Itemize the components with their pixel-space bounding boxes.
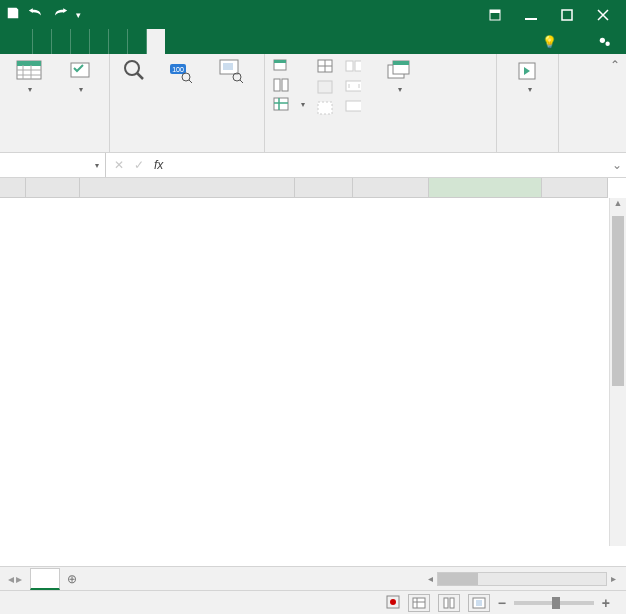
vertical-scrollbar[interactable]: ▲ xyxy=(609,198,626,546)
tab-view[interactable] xyxy=(147,29,165,54)
status-bar: − + xyxy=(0,590,626,614)
scrollbar-thumb[interactable] xyxy=(612,216,624,386)
sync-scroll-button[interactable] xyxy=(343,77,363,95)
cancel-formula-icon[interactable]: ✕ xyxy=(114,158,124,172)
arrange-all-button[interactable] xyxy=(271,76,307,94)
new-window-icon xyxy=(273,58,289,74)
zoom-100-button[interactable]: 100 xyxy=(160,57,198,85)
formula-bar: ▾ ✕ ✓ fx ⌄ xyxy=(0,153,626,178)
col-C[interactable] xyxy=(295,178,353,198)
svg-point-12 xyxy=(182,73,190,81)
svg-point-9 xyxy=(125,61,139,75)
normal-view-button[interactable] xyxy=(408,594,430,612)
svg-rect-8 xyxy=(71,63,89,77)
svg-rect-36 xyxy=(450,598,454,608)
tab-page-layout[interactable] xyxy=(71,29,90,54)
zoom-button[interactable] xyxy=(116,57,154,85)
svg-point-5 xyxy=(605,41,609,45)
tab-home[interactable] xyxy=(33,29,52,54)
views-icon xyxy=(15,57,43,85)
svg-rect-1 xyxy=(490,10,500,13)
ribbon-tabs: 💡 xyxy=(0,29,626,54)
name-box[interactable]: ▾ xyxy=(0,153,106,177)
sheet-tab[interactable] xyxy=(30,568,60,590)
split-button[interactable] xyxy=(315,57,335,75)
macro-record-icon[interactable] xyxy=(386,595,400,611)
zoom-sel-icon xyxy=(217,57,245,85)
col-B[interactable] xyxy=(80,178,295,198)
maximize-icon[interactable] xyxy=(550,5,584,25)
svg-rect-34 xyxy=(413,598,425,608)
zoom-icon xyxy=(121,57,149,85)
tab-data[interactable] xyxy=(109,29,128,54)
close-icon[interactable] xyxy=(586,5,620,25)
svg-text:100: 100 xyxy=(172,66,184,73)
titlebar: ▾ xyxy=(0,0,626,29)
unhide-button[interactable] xyxy=(315,99,335,117)
svg-point-33 xyxy=(390,599,396,605)
fx-icon[interactable]: fx xyxy=(154,158,163,172)
sheet-nav-next-icon[interactable]: ▸ xyxy=(16,572,22,586)
horizontal-scrollbar[interactable]: ◂ ▸ xyxy=(84,572,626,586)
chevron-down-icon[interactable]: ▾ xyxy=(95,161,99,170)
svg-rect-25 xyxy=(355,61,361,71)
view-side-by-side-button[interactable] xyxy=(343,57,363,75)
ribbon: ▾ ▾ 100 xyxy=(0,54,626,153)
add-sheet-button[interactable]: ⊕ xyxy=(60,572,84,586)
zoom-out-button[interactable]: − xyxy=(498,595,506,611)
collapse-ribbon-icon[interactable]: ⌃ xyxy=(610,58,620,72)
svg-rect-14 xyxy=(223,63,233,70)
sheet-nav-prev-icon[interactable]: ◂ xyxy=(8,572,14,586)
col-A[interactable] xyxy=(26,178,80,198)
svg-rect-23 xyxy=(318,102,332,114)
workbook-views-button[interactable]: ▾ xyxy=(6,57,52,95)
enter-formula-icon[interactable]: ✓ xyxy=(134,158,144,172)
zoom-100-icon: 100 xyxy=(166,57,194,85)
reset-position-button[interactable] xyxy=(343,97,363,115)
hide-button[interactable] xyxy=(315,78,335,96)
tab-file[interactable] xyxy=(4,29,33,54)
svg-rect-3 xyxy=(562,10,572,20)
tab-insert[interactable] xyxy=(52,29,71,54)
macros-button[interactable]: ▾ xyxy=(503,57,555,95)
svg-rect-18 xyxy=(274,79,280,91)
tab-formulas[interactable] xyxy=(90,29,109,54)
group-label xyxy=(6,138,103,150)
select-all-corner[interactable] xyxy=(0,178,26,198)
save-icon[interactable] xyxy=(6,6,20,23)
svg-rect-30 xyxy=(393,61,409,65)
zoom-slider[interactable] xyxy=(514,601,594,605)
ribbon-options-icon[interactable] xyxy=(478,5,512,25)
sign-in[interactable] xyxy=(570,29,588,54)
share-icon xyxy=(598,35,612,49)
column-headers[interactable] xyxy=(26,178,608,198)
expand-formula-bar-icon[interactable]: ⌄ xyxy=(608,153,626,177)
page-break-view-button[interactable] xyxy=(468,594,490,612)
zoom-selection-button[interactable] xyxy=(205,57,258,85)
svg-rect-20 xyxy=(274,98,288,110)
freeze-panes-button[interactable]: ▾ xyxy=(271,95,307,113)
zoom-in-button[interactable]: + xyxy=(602,595,610,611)
col-blank[interactable] xyxy=(542,178,608,198)
tell-me[interactable]: 💡 xyxy=(533,29,570,54)
col-D[interactable] xyxy=(353,178,429,198)
minimize-icon[interactable] xyxy=(514,5,548,25)
switch-windows-button[interactable]: ▾ xyxy=(371,57,427,117)
qat-customize-icon[interactable]: ▾ xyxy=(76,10,81,20)
sheet-tabs-bar: ◂ ▸ ⊕ ◂ ▸ xyxy=(0,566,626,590)
spreadsheet-grid[interactable]: ▲ xyxy=(0,178,626,566)
svg-rect-2 xyxy=(525,18,537,20)
tab-review[interactable] xyxy=(128,29,147,54)
freeze-icon xyxy=(273,96,289,112)
hscroll-thumb[interactable] xyxy=(438,573,478,585)
formula-input[interactable] xyxy=(171,153,608,177)
undo-icon[interactable] xyxy=(28,7,44,22)
new-window-button[interactable] xyxy=(271,57,307,75)
redo-icon[interactable] xyxy=(52,7,68,22)
macros-icon xyxy=(515,57,543,85)
share-button[interactable] xyxy=(588,29,626,54)
show-button[interactable]: ▾ xyxy=(58,57,104,95)
hide-icon xyxy=(317,79,333,95)
col-E[interactable] xyxy=(429,178,542,198)
page-layout-view-button[interactable] xyxy=(438,594,460,612)
